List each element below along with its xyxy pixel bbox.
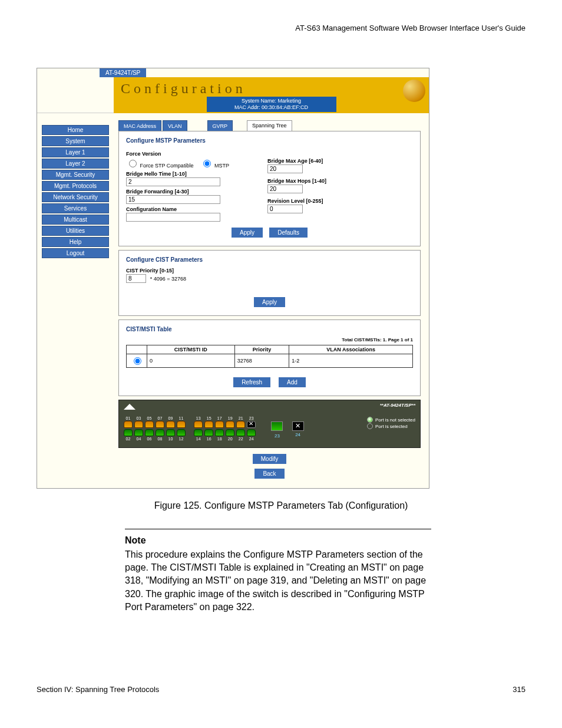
rev-input[interactable] (267, 205, 303, 213)
fwd-label: Bridge Forwarding [4-30] (126, 189, 244, 195)
port-icon[interactable] (124, 429, 133, 436)
port-icon[interactable] (124, 421, 133, 428)
port-icon[interactable] (247, 429, 256, 436)
refresh-button[interactable]: Refresh (233, 377, 270, 387)
td-id: 0 (147, 354, 235, 367)
sidebar-item-utilities[interactable]: Utilities (42, 226, 109, 236)
sfp-port-icon[interactable]: ✕24 (292, 421, 304, 431)
radio-mstp[interactable]: MSTP (200, 158, 229, 169)
mstp-fieldset: Configure MSTP Parameters Force Version … (118, 131, 421, 246)
apply-button-cist[interactable]: Apply (254, 297, 285, 307)
port-num: 04 (134, 437, 143, 441)
mstp-text: MSTP (214, 163, 229, 169)
port-num: 17 (215, 416, 224, 420)
radio-force-stp[interactable]: Force STP Compatible (126, 158, 193, 169)
port-icon[interactable] (156, 429, 164, 436)
port-icon[interactable] (134, 429, 143, 436)
port-icon[interactable] (215, 429, 224, 436)
row-select-radio[interactable] (134, 357, 141, 365)
modify-button[interactable]: Modify (253, 454, 286, 464)
port-num: 09 (166, 416, 175, 420)
sidebar-item-services[interactable]: Services (42, 203, 109, 213)
confname-label: Configuration Name (126, 206, 244, 212)
port-icon[interactable] (177, 421, 186, 428)
sidebar-item-system[interactable]: System (42, 136, 109, 146)
apply-button-mstp[interactable]: Apply (232, 228, 263, 238)
cist-fieldset: Configure CIST Parameters CIST Priority … (118, 250, 421, 316)
hello-input[interactable] (126, 177, 220, 186)
port-icon[interactable] (166, 421, 175, 428)
sidebar-item-home[interactable]: Home (42, 125, 109, 135)
cist-priority-input[interactable] (126, 274, 146, 283)
sidebar-item-mgmt-protocols[interactable]: Mgmt. Protocols (42, 181, 109, 191)
port-num: 15 (204, 416, 213, 420)
footer-section: Section IV: Spanning Tree Protocols (37, 685, 159, 694)
port-legend: Port is not selected Port is selected (367, 417, 415, 430)
sidebar-item-layer2[interactable]: Layer 2 (42, 159, 109, 169)
legend-text: Port is selected (375, 423, 408, 430)
tab-vlan[interactable]: VLAN (163, 120, 187, 131)
port-icon[interactable] (236, 421, 245, 428)
td-priority: 32768 (234, 354, 289, 367)
sfp-num: 23 (272, 433, 282, 439)
sysinfo-mac: MAC Addr: 00:30:84:AB:EF:CD (207, 104, 336, 111)
port-num: 24 (247, 437, 256, 441)
tab-mac-address[interactable]: MAC Address (118, 120, 161, 131)
add-button[interactable]: Add (279, 377, 306, 387)
app-screenshot: AT-9424T/SP Configuration System Name: M… (37, 68, 429, 489)
port-icon[interactable] (145, 421, 154, 428)
port-icon[interactable] (177, 429, 186, 436)
tab-gvrp[interactable]: GVRP (207, 120, 233, 131)
maxage-input[interactable] (267, 164, 303, 173)
tab-spanning-tree[interactable]: Spanning Tree (247, 120, 292, 131)
port-icon[interactable] (204, 429, 213, 436)
doc-header: AT-S63 Management Software Web Browser I… (37, 24, 525, 32)
th-id: CIST/MSTI ID (147, 345, 235, 354)
maxhops-label: Bridge Max Hops [1-40] (267, 178, 362, 184)
sidebar-item-multicast[interactable]: Multicast (42, 215, 109, 225)
port-icon[interactable] (226, 421, 234, 428)
sidebar-item-mgmt-security[interactable]: Mgmt. Security (42, 170, 109, 180)
footer-page: 315 (513, 685, 525, 694)
rev-label: Revision Level [0-255] (267, 198, 362, 204)
port-icon[interactable] (236, 429, 245, 436)
port-icon[interactable] (194, 421, 203, 428)
port-disabled-icon[interactable] (247, 421, 256, 428)
cist-msti-title: CIST/MSTI Table (126, 326, 413, 332)
port-icon[interactable] (226, 429, 234, 436)
fwd-input[interactable] (126, 195, 220, 204)
port-num: 11 (177, 416, 186, 420)
sidebar-item-network-security[interactable]: Network Security (42, 192, 109, 202)
port-icon[interactable] (215, 421, 224, 428)
port-num: 07 (156, 416, 164, 420)
port-icon[interactable] (156, 421, 164, 428)
port-num: 23 (247, 416, 256, 420)
port-panel: **AT-9424T/SP** 01 03 05 07 09 11 (118, 400, 421, 448)
th-priority: Priority (234, 345, 289, 354)
sidebar-item-help[interactable]: Help (42, 237, 109, 247)
note-block: Note This procedure explains the Configu… (125, 529, 431, 614)
sfp-num: 24 (293, 431, 303, 439)
sidebar-item-logout[interactable]: Logout (42, 248, 109, 258)
force-version-label: Force Version (126, 151, 244, 157)
model-tab: AT-9424T/SP (100, 68, 146, 77)
defaults-button[interactable]: Defaults (269, 228, 308, 238)
sfp-port-icon[interactable]: 23 (271, 421, 283, 431)
sidebar-item-layer1[interactable]: Layer 1 (42, 147, 109, 157)
port-num: 12 (177, 437, 186, 441)
th-vlan: VLAN Associations (289, 345, 413, 354)
port-icon[interactable] (134, 421, 143, 428)
hello-label: Bridge Hello Time [1-10] (126, 171, 244, 177)
note-body: This procedure explains the Configure MS… (125, 548, 431, 614)
port-num: 14 (194, 437, 203, 441)
port-icon[interactable] (194, 429, 203, 436)
cist-title: Configure CIST Parameters (126, 256, 413, 263)
port-num: 06 (145, 437, 154, 441)
maxhops-input[interactable] (267, 185, 303, 193)
port-icon[interactable] (204, 421, 213, 428)
back-button[interactable]: Back (254, 469, 284, 479)
confname-input[interactable] (126, 213, 220, 222)
port-panel-model: **AT-9424T/SP** (380, 403, 415, 408)
port-icon[interactable] (145, 429, 154, 436)
port-icon[interactable] (166, 429, 175, 436)
